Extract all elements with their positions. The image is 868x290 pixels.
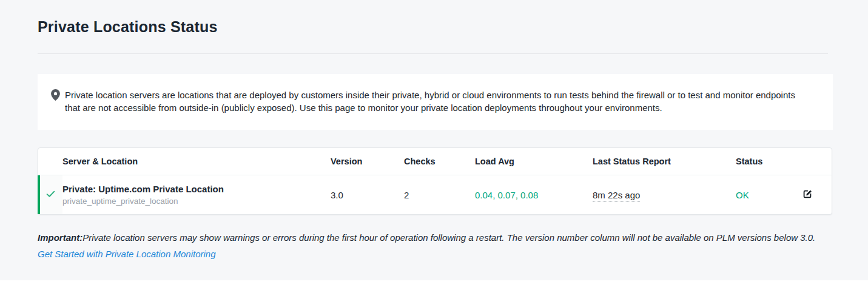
location-slug: private_uptime_private_location bbox=[62, 197, 331, 206]
check-icon bbox=[45, 189, 56, 201]
bottom-strip bbox=[0, 280, 868, 290]
row-check-cell bbox=[38, 175, 62, 214]
load-avg-cell: 0.04, 0.07, 0.08 bbox=[475, 190, 593, 200]
actions-cell bbox=[801, 187, 832, 203]
private-locations-page: Private Locations Status Private locatio… bbox=[0, 0, 868, 260]
table-header: Server & Location Version Checks Load Av… bbox=[38, 148, 832, 175]
location-name: Private: Uptime.com Private Location bbox=[62, 184, 331, 194]
col-last-status-report: Last Status Report bbox=[593, 157, 736, 166]
edit-button[interactable] bbox=[801, 187, 814, 203]
important-text: Private location servers may show warnin… bbox=[82, 232, 815, 243]
info-banner: Private location servers are locations t… bbox=[38, 74, 833, 130]
important-label: Important: bbox=[38, 232, 82, 243]
locations-table: Server & Location Version Checks Load Av… bbox=[38, 147, 832, 215]
col-status: Status bbox=[736, 157, 801, 166]
col-server-location: Server & Location bbox=[62, 157, 331, 166]
version-cell: 3.0 bbox=[331, 190, 404, 200]
col-checks: Checks bbox=[404, 157, 475, 166]
row-status-bar bbox=[38, 175, 40, 214]
page-title: Private Locations Status bbox=[38, 18, 832, 36]
important-note: Important:Private location servers may s… bbox=[38, 231, 832, 260]
server-location-cell: Private: Uptime.com Private Location pri… bbox=[62, 184, 331, 206]
last-status-report-value[interactable]: 8m 22s ago bbox=[593, 190, 640, 201]
location-pin-icon bbox=[51, 89, 60, 103]
col-load-avg: Load Avg bbox=[475, 157, 593, 166]
get-started-link[interactable]: Get Started with Private Location Monito… bbox=[38, 248, 215, 260]
col-version: Version bbox=[331, 157, 404, 166]
last-status-report-cell: 8m 22s ago bbox=[593, 190, 736, 200]
title-divider bbox=[38, 53, 828, 54]
status-cell: OK bbox=[736, 190, 801, 200]
info-banner-text: Private location servers are locations t… bbox=[65, 89, 799, 114]
checks-cell: 2 bbox=[404, 190, 475, 200]
table-row: Private: Uptime.com Private Location pri… bbox=[38, 175, 832, 214]
edit-icon bbox=[802, 189, 813, 201]
